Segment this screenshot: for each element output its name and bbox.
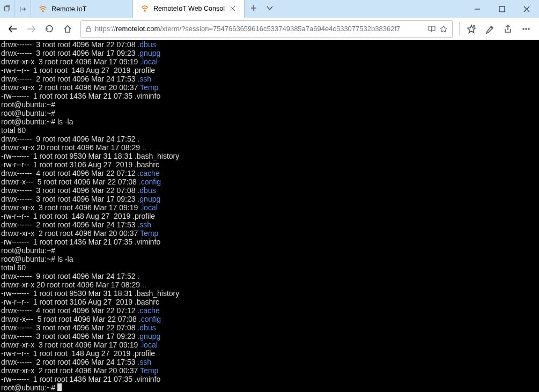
dir-name: .dbus [137,40,156,49]
terminal-output[interactable]: drwx------ 3 root root 4096 Mar 22 07:08… [0,40,539,392]
title-bar: Remote IoT RemoteIoT Web Consol [0,0,539,18]
ls-row: -rw-r--r-- 1 root root 3106 Aug 27 2019 … [1,160,538,169]
dir-name: .. [142,280,146,289]
ls-row: -rw-r--r-- 1 root root 3106 Aug 27 2019 … [1,298,538,306]
svg-point-2 [144,10,145,11]
dir-name: Temp [140,229,158,238]
ls-row: -rw-r--r-- 1 root root 148 Aug 27 2019 .… [1,66,538,75]
tabs-icon [3,5,11,13]
svg-rect-3 [499,6,505,12]
dir-name: .gnupg [137,49,160,57]
dir-name: . [137,135,139,143]
notes-button[interactable] [481,20,498,38]
ls-row: drwx------ 4 root root 4096 Mar 22 07:12… [1,306,538,315]
maximize-button[interactable] [490,0,514,18]
ls-row: drwxr-xr-x 2 root root 4096 Mar 20 00:37… [1,83,538,92]
dir-name: .gnupg [137,332,160,341]
set-aside-button[interactable] [14,0,31,18]
tab-menu-button[interactable] [266,4,274,14]
ls-row: -rw------- 1 root root 1436 Mar 21 07:35… [1,92,538,100]
cursor [57,383,62,391]
prompt-line: root@ubuntu:~# [1,246,538,255]
dir-name: .local [140,341,158,349]
file-name: .bashrc [135,298,159,306]
dir-name: .dbus [137,323,156,332]
svg-point-5 [523,28,524,29]
file-name: .viminfo [135,92,160,100]
share-button[interactable] [499,20,516,38]
ls-row: drwxr-xr-x 3 root root 4096 Mar 17 09:19… [1,341,538,349]
file-name: .viminfo [135,375,160,383]
back-button[interactable] [4,20,21,38]
ls-row: drwx------ 9 root root 4096 Mar 24 17:52… [1,135,538,143]
url-input[interactable]: https://remoteiot.com/xterm/?session=754… [80,20,453,38]
ls-row: drwx------ 2 root root 4096 Mar 24 17:53… [1,220,538,229]
prompt-line: root@ubuntu:~# ls -la [1,255,538,263]
svg-rect-4 [86,28,91,32]
forward-button[interactable] [23,20,40,38]
svg-rect-0 [5,6,9,11]
window-controls [465,0,539,18]
dir-name: . [137,272,139,280]
svg-point-7 [528,28,529,29]
refresh-button[interactable] [41,20,58,38]
url-bar: https://remoteiot.com/xterm/?session=754… [0,18,539,40]
ls-row: drwx------ 3 root root 4096 Mar 17 09:23… [1,195,538,203]
ls-row: drwx------ 3 root root 4096 Mar 22 07:08… [1,323,538,332]
dir-name: .ssh [137,358,151,366]
ls-row: drwx------ 3 root root 4096 Mar 17 09:23… [1,49,538,57]
minimize-button[interactable] [465,0,490,18]
file-name: .profile [132,212,155,220]
dir-name: .config [139,315,161,323]
prompt-line: root@ubuntu:~# [1,100,538,109]
arrow-right-icon [19,5,26,13]
prompt-line: root@ubuntu:~# ls -la [1,117,538,126]
file-name: .profile [132,349,155,358]
ls-row: drwx------ 2 root root 4096 Mar 24 17:53… [1,358,538,366]
url-text: https://remoteiot.com/xterm/?session=754… [95,25,424,33]
wifi-icon [141,4,149,13]
ls-row: drwxr-xr-x 20 root root 4096 Mar 17 08:2… [1,143,538,152]
file-name: .bash_history [135,152,179,160]
favorites-button[interactable] [463,20,480,38]
file-name: .profile [132,66,155,75]
ls-row: drwx------ 3 root root 4096 Mar 17 09:23… [1,332,538,341]
close-window-button[interactable] [514,0,539,18]
tab-web-console[interactable]: RemoteIoT Web Consol [133,0,245,18]
reading-view-icon[interactable] [427,25,436,33]
tab-extras [245,0,279,18]
dir-name: .local [140,57,158,66]
home-button[interactable] [59,20,76,38]
ls-row: drwxr-xr-x 3 root root 4096 Mar 17 09:19… [1,203,538,212]
ls-row: drwxr-xr-x 20 root root 4096 Mar 17 08:2… [1,280,538,289]
dir-name: .config [139,177,161,186]
dir-name: .ssh [137,220,151,229]
new-tab-button[interactable] [250,4,257,14]
ls-row: drwxr-xr-x 2 root root 4096 Mar 20 00:37… [1,366,538,375]
ls-row: -rw------- 1 root root 1436 Mar 21 07:35… [1,375,538,383]
tab-label: RemoteIoT Web Consol [153,5,225,12]
ls-row: -rw-r--r-- 1 root root 148 Aug 27 2019 .… [1,212,538,220]
favorite-icon[interactable] [439,25,448,33]
dir-name: .dbus [137,186,156,195]
ls-row: -rw------- 1 root root 1436 Mar 21 07:35… [1,238,538,246]
total-line: total 60 [1,263,538,272]
file-name: .viminfo [135,238,160,246]
svg-point-6 [526,28,527,29]
dir-name: .. [142,143,146,152]
svg-point-1 [42,11,43,12]
ls-row: drwx------ 3 root root 4096 Mar 22 07:08… [1,186,538,195]
close-icon[interactable] [229,5,237,12]
file-name: .bashrc [135,160,159,169]
ls-row: -rw------- 1 root root 9530 Mar 31 18:31… [1,152,538,160]
dir-name: .ssh [137,75,151,83]
tab-overflow-button[interactable] [0,0,14,18]
ls-row: drwxr-x--- 5 root root 4096 Mar 22 07:08… [1,177,538,186]
tab-label: Remote IoT [51,5,125,13]
more-button[interactable] [518,20,535,38]
ls-row: drwx------ 9 root root 4096 Mar 24 17:52… [1,272,538,280]
lock-icon [85,26,92,32]
ls-row: -rw------- 1 root root 9530 Mar 31 18:31… [1,289,538,298]
tab-remote-iot[interactable]: Remote IoT [31,0,133,18]
prompt-line: root@ubuntu:~# [1,109,538,117]
